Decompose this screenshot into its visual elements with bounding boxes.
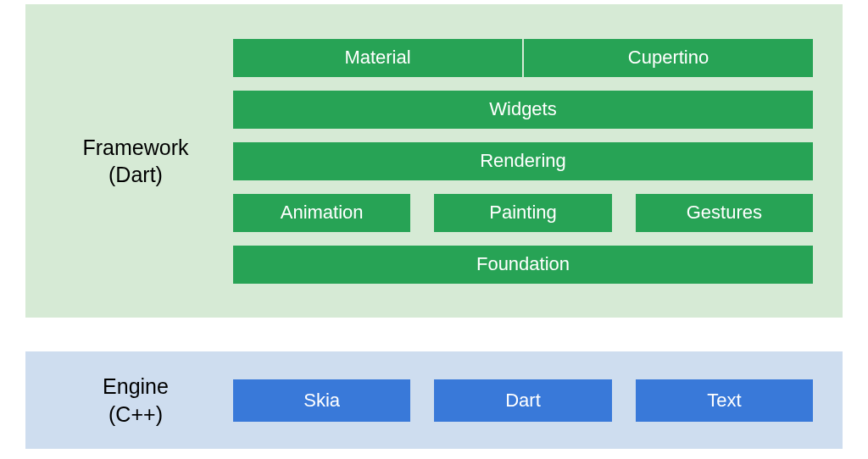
block-animation: Animation bbox=[233, 194, 410, 232]
framework-label: Framework (Dart) bbox=[38, 134, 233, 189]
block-text: Text bbox=[636, 379, 813, 422]
block-gestures: Gestures bbox=[636, 194, 813, 232]
engine-section: Engine (C++) Skia Dart Text bbox=[25, 351, 843, 449]
framework-row-mid: Animation Painting Gestures bbox=[233, 194, 813, 232]
block-skia: Skia bbox=[233, 379, 410, 422]
framework-row-foundation: Foundation bbox=[233, 246, 813, 284]
block-material: Material bbox=[233, 39, 522, 77]
framework-section: Framework (Dart) Material Cupertino Widg… bbox=[25, 4, 843, 318]
framework-row-widgets: Widgets bbox=[233, 91, 813, 129]
block-cupertino: Cupertino bbox=[524, 39, 813, 77]
engine-row: Skia Dart Text bbox=[233, 379, 813, 422]
framework-body: Material Cupertino Widgets Rendering Ani… bbox=[233, 39, 813, 284]
engine-label: Engine (C++) bbox=[38, 373, 233, 428]
engine-label-line1: Engine bbox=[38, 373, 233, 401]
engine-body: Skia Dart Text bbox=[233, 379, 813, 422]
framework-label-line1: Framework bbox=[38, 134, 233, 162]
block-rendering: Rendering bbox=[233, 142, 813, 180]
block-widgets: Widgets bbox=[233, 91, 813, 129]
framework-label-line2: (Dart) bbox=[38, 161, 233, 189]
block-painting: Painting bbox=[434, 194, 611, 232]
framework-row-rendering: Rendering bbox=[233, 142, 813, 180]
block-foundation: Foundation bbox=[233, 246, 813, 284]
engine-label-line2: (C++) bbox=[38, 401, 233, 429]
block-dart: Dart bbox=[434, 379, 611, 422]
framework-row-top: Material Cupertino bbox=[233, 39, 813, 77]
